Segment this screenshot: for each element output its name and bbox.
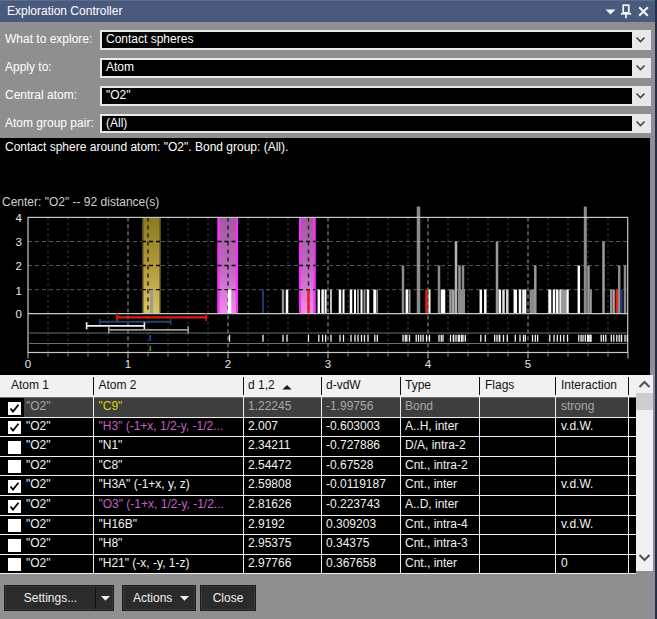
svg-text:0: 0 bbox=[25, 358, 31, 370]
svg-text:4: 4 bbox=[16, 212, 23, 224]
svg-text:1: 1 bbox=[16, 285, 22, 297]
svg-text:4: 4 bbox=[425, 358, 432, 370]
svg-text:5: 5 bbox=[525, 358, 531, 370]
svg-text:0: 0 bbox=[16, 308, 22, 320]
svg-text:3: 3 bbox=[16, 236, 22, 248]
svg-text:2: 2 bbox=[225, 358, 231, 370]
svg-text:2: 2 bbox=[16, 260, 22, 272]
svg-text:1: 1 bbox=[125, 358, 131, 370]
svg-text:3: 3 bbox=[325, 358, 331, 370]
